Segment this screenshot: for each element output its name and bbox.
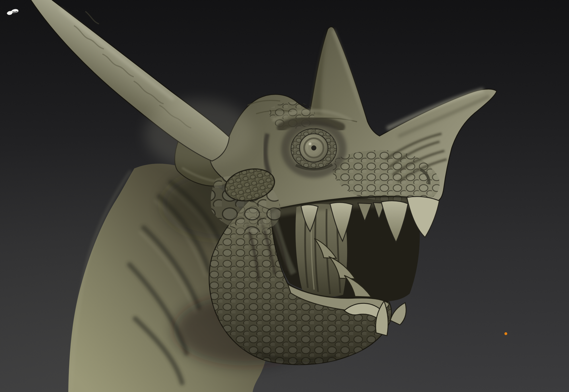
viewport-3d[interactable] xyxy=(0,0,569,392)
noise-overlay xyxy=(0,0,569,392)
cursor-dot xyxy=(504,332,507,335)
app-window xyxy=(0,0,569,392)
